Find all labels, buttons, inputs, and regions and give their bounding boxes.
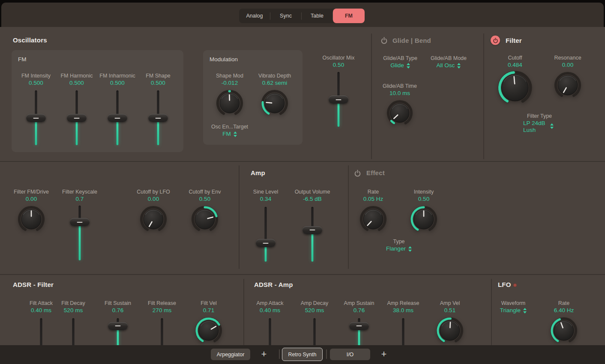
amp-release-value[interactable]: 38.0 ms: [377, 307, 429, 314]
effect-section-title: Effect: [366, 169, 385, 176]
filt-vel-value[interactable]: 0.71: [183, 307, 234, 314]
vibrato-depth-knob[interactable]: [249, 89, 300, 117]
fm-shape-value[interactable]: 0.500: [132, 79, 184, 87]
glide-type-stepper[interactable]: [407, 63, 410, 69]
filt-sustain-control: Filt Sustain 0.76: [92, 300, 144, 345]
effect-intensity-value[interactable]: 0.50: [398, 195, 449, 203]
io-button[interactable]: I/O: [330, 349, 370, 360]
glide-time-knob[interactable]: [374, 99, 425, 127]
power-icon: [354, 170, 361, 177]
glide-mode-value[interactable]: All Osc: [437, 62, 455, 69]
filt-decay-control: Filt Decay 520 ms: [48, 300, 99, 345]
filter-type-control: Filter Type: [514, 113, 565, 119]
oscillator-mix-slider[interactable]: [329, 72, 348, 127]
fm-harmonic-slider[interactable]: [67, 90, 87, 145]
lfo-led-indicator: [513, 283, 517, 287]
vertical-divider: [371, 33, 372, 159]
lfo-rate-knob[interactable]: [538, 316, 590, 345]
horizontal-divider: [0, 161, 605, 162]
lfo-waveform-stepper[interactable]: [523, 308, 527, 313]
osc-env-target-label: Osc En...Target: [204, 123, 255, 130]
fm-intensity-slider[interactable]: [26, 90, 46, 145]
glide-bend-section-title: Glide | Bend: [392, 37, 431, 44]
amp-decay-value[interactable]: 520 ms: [289, 307, 340, 314]
amp-decay-control: Amp Decay 520 ms: [289, 300, 340, 345]
filter-power-button[interactable]: [491, 36, 500, 45]
arpeggiator-button[interactable]: Arpeggiator: [211, 349, 250, 360]
fm-inharmonic-slider[interactable]: [108, 90, 127, 145]
sine-level-value[interactable]: 0.34: [240, 195, 291, 203]
filter-fm-drive-knob[interactable]: [6, 205, 57, 233]
glide-time-value[interactable]: 10.0 ms: [374, 90, 425, 97]
osc-env-target-stepper[interactable]: [234, 131, 237, 137]
retro-synth-button[interactable]: Retro Synth: [282, 348, 323, 361]
filter-type-value[interactable]: LP 24dB Lush: [523, 120, 545, 134]
header-bar: Analog Sync Table FM: [1, 3, 604, 27]
glide-bend-power-button[interactable]: [380, 37, 388, 44]
amp-vel-value[interactable]: 0.51: [424, 307, 476, 314]
shape-mod-value[interactable]: -0.012: [204, 79, 255, 87]
amp-decay-slider[interactable]: [305, 318, 324, 345]
tab-table[interactable]: Table: [302, 9, 332, 23]
filter-fm-drive-value[interactable]: 0.00: [6, 195, 57, 203]
shape-mod-knob[interactable]: [204, 89, 255, 117]
horizontal-divider: [0, 274, 605, 275]
lfo-waveform-value[interactable]: Triangle: [500, 307, 521, 314]
resonance-value[interactable]: 0.00: [542, 61, 593, 69]
add-plugin-button-right[interactable]: +: [379, 348, 389, 361]
filter-keyscale-value[interactable]: 0.7: [54, 195, 105, 203]
amp-sustain-value[interactable]: 0.76: [333, 307, 385, 314]
output-volume-slider[interactable]: [302, 207, 322, 262]
amp-sustain-slider[interactable]: [349, 318, 369, 345]
filt-decay-slider[interactable]: [63, 318, 83, 345]
output-volume-value[interactable]: -6.5 dB: [287, 195, 338, 203]
effect-power-button[interactable]: [354, 170, 361, 177]
filter-keyscale-slider[interactable]: [70, 206, 90, 260]
glide-mode-stepper[interactable]: [457, 63, 461, 69]
lfo-rate-value[interactable]: 6.40 Hz: [538, 307, 590, 314]
resonance-control: Resonance 0.00: [542, 54, 593, 99]
tab-analog[interactable]: Analog: [239, 9, 270, 23]
filt-sustain-value[interactable]: 0.76: [92, 307, 144, 314]
cutoff-by-lfo-knob[interactable]: [128, 205, 179, 233]
amp-release-slider[interactable]: [393, 318, 413, 345]
cutoff-value[interactable]: 0.484: [489, 61, 541, 69]
osc-env-target-value[interactable]: FM: [222, 130, 231, 138]
filter-type-stepper[interactable]: [550, 123, 554, 129]
effect-rate-knob[interactable]: [347, 205, 399, 233]
amp-attack-value[interactable]: 0.40 ms: [244, 307, 296, 314]
amp-vel-knob[interactable]: [424, 316, 476, 345]
filt-vel-knob[interactable]: [183, 316, 234, 345]
glide-type-value[interactable]: Glide: [390, 62, 404, 69]
amp-release-label: Amp Release: [377, 300, 429, 307]
filt-decay-value[interactable]: 520 ms: [48, 307, 99, 314]
vibrato-depth-value[interactable]: 0.62 semi: [249, 79, 300, 87]
cutoff-by-env-knob[interactable]: [179, 205, 231, 233]
filt-release-value[interactable]: 270 ms: [136, 307, 188, 314]
lfo-section-title: LFO: [498, 281, 511, 288]
sine-level-slider[interactable]: [256, 207, 276, 262]
tab-fm[interactable]: FM: [333, 9, 365, 23]
glide-mode-control: Glide/AB Mode All Osc: [423, 55, 474, 69]
add-plugin-button-left[interactable]: +: [259, 348, 269, 361]
filt-release-slider[interactable]: [152, 318, 172, 345]
filter-keyscale-label: Filter Keyscale: [54, 188, 105, 195]
effect-type-value[interactable]: Flanger: [386, 245, 406, 253]
effect-type-stepper[interactable]: [408, 246, 412, 252]
cutoff-knob[interactable]: [489, 70, 541, 105]
effect-intensity-knob[interactable]: [398, 205, 449, 233]
sine-level-control: Sine Level 0.34: [240, 188, 291, 262]
amp-attack-slider[interactable]: [260, 318, 280, 345]
filt-sustain-label: Filt Sustain: [92, 300, 144, 307]
oscillator-mix-value[interactable]: 0.50: [313, 61, 364, 69]
resonance-knob[interactable]: [542, 71, 593, 99]
adsr-amp-section-title: ADSR - Amp: [254, 281, 293, 288]
filt-sustain-slider[interactable]: [108, 318, 128, 345]
oscillators-section-title: Oscillators: [13, 36, 47, 44]
tab-sync[interactable]: Sync: [270, 9, 301, 23]
cutoff-by-env-value[interactable]: 0.50: [179, 195, 231, 203]
cutoff-by-lfo-value[interactable]: 0.00: [128, 195, 179, 203]
effect-rate-value[interactable]: 0.05 Hz: [347, 195, 399, 203]
amp-vel-control: Amp Vel 0.51: [424, 300, 476, 345]
fm-shape-slider[interactable]: [148, 90, 168, 145]
